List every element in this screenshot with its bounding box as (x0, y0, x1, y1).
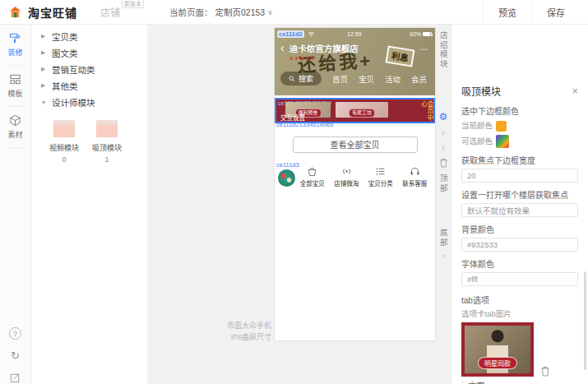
view-all-button[interactable]: 查看全部宝贝 (293, 136, 418, 153)
layout-grid-icon (9, 73, 21, 86)
shop-identity: 迪卡侬官方旗舰店 ♛♛♛♛♛ (289, 42, 359, 61)
nav-item-service[interactable]: 联系客服 (402, 166, 427, 187)
bg-color-label: 背景颜色 (461, 223, 578, 235)
tab-shop[interactable]: 店铺 新版本 (100, 5, 120, 19)
tab-section-label: tab选项 (461, 294, 578, 306)
focus-width-input[interactable] (461, 169, 578, 183)
settings-panel: 吸顶模块 × 选中下边框颜色 当前颜色 可选颜色 获取焦点下边框宽度 设置一打开… (451, 25, 588, 384)
module-count: 1 (104, 155, 109, 164)
divider (7, 147, 25, 148)
view-all-module[interactable]: 查看全部宝贝 (275, 127, 435, 161)
tab-image-label: 选项卡tab图片 (461, 308, 578, 319)
phone-size-note: 市面大众手机 iP6曲屏尺寸 (202, 320, 271, 344)
chevron-right-icon: ▶ (41, 33, 47, 39)
rail-item-template[interactable]: 模板 (0, 66, 30, 106)
font-color-input[interactable] (461, 272, 578, 286)
jump-top-button[interactable]: 顶部 (436, 174, 451, 195)
close-icon[interactable]: × (572, 86, 578, 96)
delete-module-icon[interactable] (436, 158, 451, 169)
sticky-module-selected[interactable]: ce111d2133451314 福利预告 毛呢工坊 交互设置 会员中心 ○ (275, 98, 435, 123)
designer-module-list: 视频模块 0 吸顶模块 1 (31, 110, 147, 164)
shopping-bag-icon (307, 166, 317, 177)
module-count: 0 (62, 155, 66, 164)
help-icon[interactable]: ? (9, 327, 21, 340)
move-up-icon[interactable]: ↑ (436, 130, 451, 138)
broadcast-icon (341, 166, 352, 177)
current-color-swatch[interactable] (496, 121, 507, 132)
open-focus-label: 设置一打开哪个楼层获取焦点 (461, 188, 578, 201)
tab-image-thumbnail[interactable]: 明星同款 (461, 322, 534, 377)
banner-module-tag: 店招模块 (436, 31, 451, 71)
shop-banner-module[interactable]: 还给我+ 利息 ce111d2 12:59 92% ‹ 迪卡侬官方旗舰店 ♛♛♛… (275, 28, 435, 95)
shop-row: ‹ 迪卡侬官方旗舰店 ♛♛♛♛♛ … (280, 42, 429, 61)
category-other[interactable]: ▶ 其他类 (31, 77, 147, 94)
left-rail: 装修 模板 素材 ? ↻ (0, 25, 31, 384)
panel-scrollbar[interactable] (584, 271, 586, 370)
tab-activity[interactable]: 活动 (385, 73, 400, 85)
current-page[interactable]: 当前页面： 定制页02153 ∨ (169, 6, 273, 18)
more-icon[interactable]: … (419, 42, 429, 61)
scroll-dot-icon[interactable]: ○ (436, 253, 451, 259)
tab-home[interactable]: 首页 (332, 73, 348, 85)
page-dot-icon: ○ (428, 117, 431, 121)
chevron-right-icon: ▶ (41, 82, 47, 89)
panel-title: 吸顶模块 (461, 84, 501, 98)
list-icon (375, 166, 386, 177)
nav-item-weitao[interactable]: 店铺微淘 (334, 166, 359, 187)
move-down-icon[interactable]: ↓ (436, 143, 451, 151)
app-title: 淘宝旺铺 (28, 4, 77, 21)
tab-items[interactable]: 宝贝 (359, 73, 374, 85)
wangpu-logo-icon (8, 5, 22, 19)
font-color-label: 字体颜色 (461, 257, 578, 270)
module-thumbnail (96, 120, 118, 137)
back-icon[interactable]: ‹ (280, 42, 285, 61)
chevron-right-icon: ▶ (41, 49, 47, 56)
jump-bottom-button[interactable]: 底部 (436, 229, 451, 249)
module-id-badge: ce111d2 (277, 30, 304, 38)
rail-item-decorate[interactable]: 装修 (0, 25, 30, 65)
shop-avatar (278, 169, 295, 187)
paint-roller-icon (9, 32, 21, 44)
nav-item-categories[interactable]: 宝贝分类 (368, 166, 393, 187)
nav-item-all-items[interactable]: 全部宝贝 (300, 166, 325, 187)
module-id-label: ce111d3 (276, 161, 299, 169)
save-button[interactable]: 保存 (531, 0, 580, 25)
category-label: 营销互动类 (52, 63, 95, 76)
current-page-label: 当前页面： (169, 6, 213, 18)
rail-item-material[interactable]: 素材 (0, 107, 30, 147)
bg-color-input[interactable] (461, 238, 578, 252)
rail-item-label: 素材 (7, 129, 22, 140)
color-picker-swatch[interactable] (496, 135, 509, 148)
module-name: 吸顶模块 (92, 142, 122, 153)
search-icon (289, 76, 295, 82)
category-label: 图文类 (52, 47, 78, 59)
category-imagetext[interactable]: ▶ 图文类 (31, 44, 147, 61)
category-marketing[interactable]: ▶ 营销互动类 (31, 61, 147, 77)
tab-card-2[interactable]: 毛呢工坊 (336, 102, 388, 118)
refresh-icon[interactable]: ↻ (11, 350, 20, 361)
category-items[interactable]: ▶ 宝贝类 (31, 28, 147, 44)
module-id-label: ce111d21334514969 (276, 121, 333, 128)
chevron-down-icon[interactable]: ∨ (267, 8, 273, 16)
crown-rating-icon: ♛♛♛♛♛ (289, 56, 359, 61)
module-thumb-sticky[interactable]: 吸顶模块 1 (86, 120, 128, 164)
chevron-right-icon: ▶ (41, 66, 47, 72)
optional-color-label: 可选颜色 (461, 136, 496, 146)
edit-icon[interactable] (10, 372, 21, 382)
preview-button[interactable]: 预览 (483, 0, 531, 25)
banner-tabs: 搜索 首页 宝贝 活动 会员 (280, 72, 429, 86)
nav-items: 全部宝贝 店铺微淘 宝贝分类 (295, 166, 432, 187)
category-designer[interactable]: ▼ 设计师模块 (31, 94, 147, 110)
reorder-arrows-icon[interactable]: ↑↓ (461, 380, 464, 384)
border-color-section-label: 选中下边框颜色 (461, 104, 578, 117)
current-color-label: 当前颜色 (461, 121, 496, 131)
tab-search[interactable]: 搜索 (280, 72, 322, 86)
module-thumb-video[interactable]: 视频模块 0 (43, 120, 86, 164)
tab-member[interactable]: 会员 (411, 73, 427, 85)
shop-name: 迪卡侬官方旗舰店 (289, 42, 359, 54)
gear-icon[interactable]: ⚙ (436, 112, 451, 122)
open-focus-input[interactable] (461, 203, 578, 217)
battery: 92% (410, 31, 432, 37)
delete-image-icon[interactable] (540, 366, 550, 377)
category-label: 其他类 (52, 80, 78, 92)
